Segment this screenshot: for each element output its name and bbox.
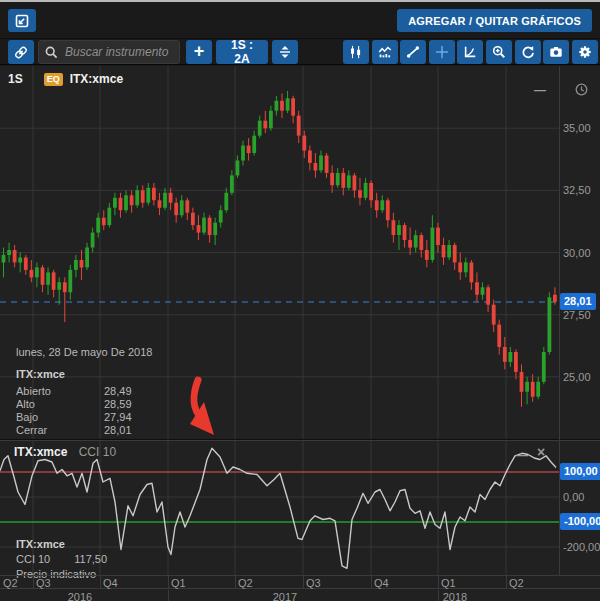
tooltip-date: lunes, 28 De mayo De 2018 (16, 346, 152, 359)
trend-line-icon (406, 44, 420, 60)
tooltip-row-value: 28,49 (104, 385, 132, 398)
chart-tools (343, 40, 598, 64)
close-cci-button[interactable]: × (537, 445, 545, 459)
quarter-divider (438, 576, 439, 588)
tooltip-row-label: Alto (16, 398, 104, 411)
minimize-chart-button[interactable]: — (534, 84, 546, 96)
zoom-in-icon (492, 44, 506, 60)
settings-button[interactable] (572, 40, 598, 64)
split-arrows-icon (278, 45, 292, 59)
quarter-label: Q4 (103, 577, 118, 589)
quarter-divider (33, 576, 34, 588)
quarter-divider (506, 576, 507, 588)
quarter-divider (303, 576, 304, 588)
interval-range-button[interactable]: 1S : 2A (216, 40, 268, 64)
minimize-cci-button[interactable]: — (516, 449, 528, 461)
tooltip-row-label: Bajo (16, 411, 104, 424)
pop-in-button[interactable] (8, 9, 36, 32)
tooltip-row: Cerrar28,01 (16, 424, 144, 437)
tooltip-row: Bajo27,94 (16, 411, 144, 424)
indicators-icon (378, 44, 392, 60)
quarter-label: Q2 (509, 577, 524, 589)
tooltip-row-value: 27,94 (104, 411, 132, 424)
tooltip-row-value: 28,01 (104, 424, 132, 437)
tooltip-row-label: Cerrar (16, 424, 104, 437)
chart-type-button[interactable] (343, 40, 369, 64)
cci-indicator-label: CCI 10 (79, 445, 116, 459)
session-clock-icon[interactable] (575, 82, 588, 100)
quarter-divider (371, 576, 372, 588)
expand-collapse-button[interactable] (272, 40, 298, 64)
cci-tick-label: 0,00 (563, 490, 584, 504)
time-axis-quarters[interactable]: Q2Q3Q4Q1Q2Q3Q4Q1Q2 (0, 575, 600, 589)
crosshair-button[interactable] (429, 40, 455, 64)
crosshair-icon (435, 44, 449, 60)
cci-level-badge: 100,00 (560, 463, 600, 480)
last-price-badge: 28,01 (560, 293, 596, 310)
snapshot-button[interactable] (543, 40, 569, 64)
trading-platform: AGREGAR / QUITAR GRÁFICOS + 1S : 2A (0, 0, 600, 601)
quarter-label: Q3 (306, 577, 321, 589)
quarter-label: Q3 (36, 577, 51, 589)
interval-label: 1S (8, 72, 23, 86)
price-tick-label: 35,00 (563, 121, 591, 135)
curve-scale-icon (463, 44, 477, 60)
year-divider (438, 590, 439, 601)
refresh-icon (521, 44, 535, 60)
year-label: 2018 (439, 591, 471, 601)
refresh-button[interactable] (515, 40, 541, 64)
snapshot-camera-icon (549, 44, 563, 60)
add-instrument-button[interactable]: + (186, 40, 212, 64)
quarter-label: Q2 (238, 577, 253, 589)
tooltip-row: Abierto28,49 (16, 385, 144, 398)
price-axis-border (559, 66, 560, 575)
quarter-label: Q4 (374, 577, 389, 589)
year-label: 2017 (269, 591, 301, 601)
quarter-divider (168, 576, 169, 588)
quarter-divider (235, 576, 236, 588)
price-tick-label: 32,50 (563, 183, 591, 197)
cci-symbol-label: ITX:xmce (14, 445, 67, 459)
cci-tooltip-symbol: ITX:xmce (16, 537, 107, 552)
symbol-label: ITX:xmce (70, 72, 123, 86)
quarter-divider (100, 576, 101, 588)
add-remove-charts-button[interactable]: AGREGAR / QUITAR GRÁFICOS (397, 9, 592, 32)
toolbar: + 1S : 2A (0, 38, 600, 65)
settings-gear-icon (578, 44, 592, 60)
search-icon (45, 46, 58, 59)
quarter-label: Q1 (441, 577, 456, 589)
tooltip-row: Alto28,59 (16, 398, 144, 411)
year-divider (168, 590, 169, 601)
tooltip-row-label: Abierto (16, 385, 104, 398)
main-chart-header: 1S EQ ITX:xmce (8, 72, 123, 86)
trend-line-button[interactable] (400, 40, 426, 64)
cci-level-badge: -100,00 (560, 513, 600, 530)
chart-region: 1S EQ ITX:xmce — lunes, 28 De mayo De 20… (0, 66, 600, 601)
pop-in-icon (14, 13, 30, 29)
cci-tooltip-indicator: CCI 10 (16, 553, 50, 565)
link-charts-button[interactable] (8, 40, 34, 64)
search-input[interactable] (63, 44, 173, 60)
instrument-search[interactable] (38, 40, 180, 64)
cci-panel-header: ITX:xmce CCI 10 (14, 445, 116, 459)
link-icon (14, 45, 28, 60)
equity-type-badge: EQ (44, 73, 63, 86)
chart-type-candlestick-icon (349, 44, 363, 60)
cci-tooltip-value: 117,50 (74, 552, 107, 567)
indicators-button[interactable] (372, 40, 398, 64)
ohlc-tooltip: lunes, 28 De mayo De 2018 ITX:xmce Abier… (16, 346, 152, 437)
time-axis-years[interactable]: 201620172018 (0, 590, 600, 601)
zoom-in-button[interactable] (486, 40, 512, 64)
quarter-label: Q1 (171, 577, 186, 589)
cci-tick-label: -200,00 (563, 540, 600, 554)
pane-divider-line[interactable] (0, 440, 600, 441)
price-tick-label: 25,00 (563, 370, 591, 384)
titlebar: AGREGAR / QUITAR GRÁFICOS (0, 4, 600, 38)
scale-curve-button[interactable] (457, 40, 483, 64)
price-tick-label: 30,00 (563, 246, 591, 260)
tooltip-symbol: ITX:xmce (16, 368, 152, 381)
tooltip-row-value: 28,59 (104, 398, 132, 411)
year-label: 2016 (64, 591, 96, 601)
quarter-label: Q2 (3, 577, 18, 589)
